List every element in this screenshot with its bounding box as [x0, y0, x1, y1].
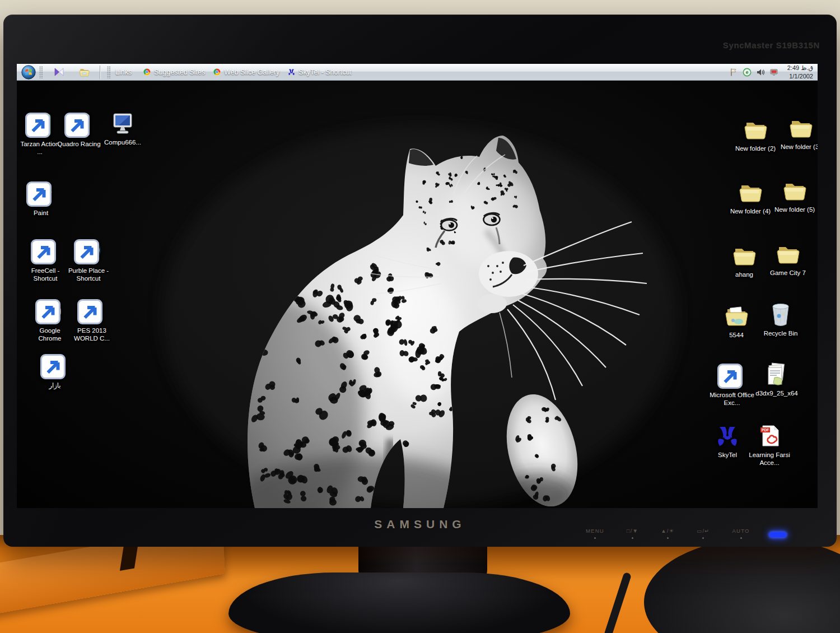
- chrome-icon: [143, 68, 151, 76]
- volume-icon[interactable]: [756, 68, 765, 77]
- tarzan-icon: [26, 111, 53, 138]
- power-led[interactable]: [769, 532, 786, 537]
- svg-text:PDF: PDF: [762, 428, 769, 432]
- toolbar-item-web-slice-gallery[interactable]: Web Slice Gallery: [213, 68, 279, 76]
- pdf-icon: PDF: [756, 422, 783, 449]
- desktop[interactable]: Tarzan Action ...ADROQuadro RacingCompu6…: [17, 81, 818, 508]
- desktop-icon-purble-place-shortcut[interactable]: Purble Place - Shortcut: [67, 238, 110, 283]
- action-center-flag-icon[interactable]: [729, 68, 738, 77]
- folder-icon: [774, 240, 801, 267]
- folder-icon: [781, 177, 808, 204]
- desktop-icon-label: Compu666...: [104, 139, 141, 147]
- purble-icon: [75, 238, 102, 265]
- desktop-icon-label: 5544: [729, 332, 744, 339]
- desktop-icon-recycle-bin[interactable]: Recycle Bin: [757, 301, 804, 338]
- display-driver-icon[interactable]: [769, 68, 778, 77]
- files-icon: [763, 361, 790, 388]
- toolbar-item-label: Suggested Sites: [154, 68, 205, 76]
- kmplayer-icon[interactable]: [53, 66, 65, 78]
- folder-icon: [787, 114, 814, 141]
- explorer-folder-icon[interactable]: [78, 66, 90, 78]
- desktop-icon-compu666[interactable]: Compu666...: [101, 110, 144, 147]
- desktop-icon-ahang[interactable]: ahang: [721, 242, 768, 279]
- skytel-icon: [714, 422, 741, 449]
- desktop-icon-label: Paint: [34, 210, 48, 217]
- clock-time: 2:49 ق.ظ: [787, 64, 813, 72]
- monitor-button-auto[interactable]: AUTO: [732, 528, 750, 539]
- desktop-icon-label: New folder (3): [781, 143, 818, 151]
- computer-icon: [109, 110, 136, 137]
- monitor-button-[interactable]: ▲/☀: [661, 528, 674, 539]
- desktop-icon-label: FreeCell - Shortcut: [24, 267, 67, 283]
- desktop-icon-label: SkyTel: [718, 452, 737, 459]
- desktop-icon-label: Game City 7: [770, 269, 806, 277]
- desktop-icon-label: Learning Farsi Acce...: [746, 452, 793, 467]
- clock-date: 1/1/2002: [787, 72, 813, 80]
- toolbar-item-label: Web Slice Gallery: [224, 68, 279, 76]
- desktop-icon-5544[interactable]: 5544: [713, 302, 760, 339]
- folder-icon: [731, 242, 758, 269]
- eset-icon[interactable]: e: [743, 68, 752, 77]
- recycle-icon: [767, 301, 794, 328]
- monitor-model-label: SyncMaster S19B315N: [723, 40, 820, 50]
- desktop-icon-label: ahang: [735, 271, 753, 279]
- desktop-icon-google-chrome[interactable]: Google Chrome: [28, 298, 72, 343]
- start-button[interactable]: [21, 65, 36, 80]
- desktop-icon-بازار[interactable]: دبازار: [33, 353, 77, 390]
- freecell-icon: [32, 238, 59, 265]
- monitor-button-[interactable]: □/▼: [627, 528, 638, 539]
- desktop-icon-new-folder-4[interactable]: New folder (4): [727, 179, 774, 216]
- desktop-icon-label: Tarzan Action ...: [18, 141, 62, 156]
- desktop-icon-new-folder-5[interactable]: New folder (5): [771, 177, 818, 214]
- excel-icon: [718, 362, 745, 389]
- links-toolbar-grip[interactable]: [107, 66, 111, 78]
- folder-icon: [737, 179, 764, 206]
- chrome-icon: [213, 68, 221, 76]
- desktop-icon-skytel[interactable]: SkyTel: [704, 422, 751, 459]
- desktop-icon-label: Purble Place - Shortcut: [67, 267, 110, 283]
- screen: Links Suggested Sites: [17, 64, 818, 508]
- chrome-icon: [36, 298, 63, 325]
- quadro-icon: ADRO: [66, 111, 92, 138]
- desktop-icon-tarzan-action[interactable]: Tarzan Action ...: [18, 111, 62, 156]
- folder-full-icon: [723, 302, 750, 329]
- photo-of-monitor: SyncMaster S19B315N: [0, 0, 840, 633]
- desktop-icon-learning-farsi-acce[interactable]: PDFLearning Farsi Acce...: [746, 422, 793, 467]
- tray-clock[interactable]: 2:49 ق.ظ 1/1/2002: [787, 64, 813, 80]
- desktop-icon-label: بازار: [49, 382, 60, 390]
- monitor-button-menu[interactable]: MENU: [586, 528, 604, 539]
- desktop-icon-pes-2013-world-c[interactable]: PES2013PES 2013 WORLD C...: [70, 298, 114, 343]
- desktop-icon-label: New folder (2): [735, 145, 776, 153]
- toolbar-item-suggested-sites[interactable]: Suggested Sites: [143, 68, 205, 76]
- taskbar: Links Suggested Sites: [17, 64, 818, 81]
- desktop-icon-label: d3dx9_25_x64: [755, 390, 797, 398]
- desktop-icon-label: Recycle Bin: [764, 330, 798, 338]
- bazaar-icon: د: [41, 353, 68, 380]
- folder-icon: [742, 116, 769, 143]
- desktop-icon-label: New folder (4): [730, 208, 771, 216]
- desktop-icon-paint[interactable]: Paint: [19, 180, 63, 217]
- paint-icon: [27, 180, 54, 207]
- toolbar-item-label: SkyTel - Shortcut: [298, 68, 351, 76]
- desktop-icon-new-folder-2[interactable]: New folder (2): [732, 116, 779, 153]
- taskbar-grip[interactable]: [39, 66, 43, 78]
- desktop-icon-label: Google Chrome: [28, 327, 72, 343]
- desktop-icon-new-folder-3[interactable]: New folder (3): [777, 114, 818, 151]
- pes-icon: PES2013: [78, 298, 105, 325]
- toolbar-item-skytel[interactable]: SkyTel - Shortcut: [287, 68, 351, 76]
- desktop-icon-label: Microsoft Office Exc...: [708, 392, 755, 407]
- desktop-icon-microsoft-office-exc[interactable]: Microsoft Office Exc...: [708, 362, 755, 407]
- desktop-icon-game-city-7[interactable]: Game City 7: [764, 240, 811, 277]
- system-tray: e 2:49 ق.ظ 1/1/2002: [729, 64, 813, 80]
- desktop-icon-d3dx9-25-x64[interactable]: d3dx9_25_x64: [753, 361, 800, 398]
- desktop-icon-label: Quadro Racing: [57, 141, 100, 148]
- skytel-icon: [287, 68, 296, 76]
- monitor-stand-base: [228, 573, 570, 633]
- monitor-controls: MENU□/▼▲/☀▭/↵AUTO: [586, 528, 750, 539]
- desktop-icon-quadro-racing[interactable]: ADROQuadro Racing: [57, 111, 101, 148]
- desktop-icon-freecell-shortcut[interactable]: FreeCell - Shortcut: [24, 238, 67, 283]
- desktop-icon-label: PES 2013 WORLD C...: [70, 327, 114, 343]
- monitor-button-[interactable]: ▭/↵: [697, 528, 710, 539]
- svg-text:e: e: [745, 69, 748, 75]
- links-toolbar-label: Links: [115, 68, 132, 76]
